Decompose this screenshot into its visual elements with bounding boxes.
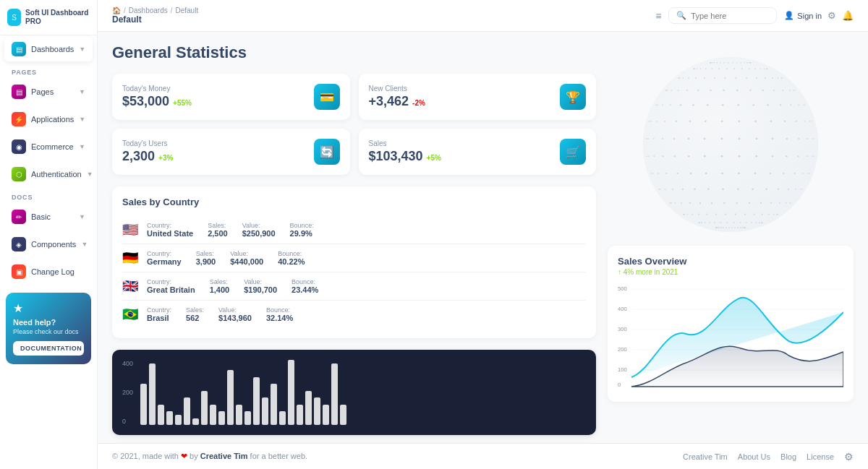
- svg-point-41: [726, 222, 728, 223]
- sidebar-item-changelog[interactable]: ▣ Change Log: [4, 259, 93, 284]
- svg-text:500: 500: [618, 285, 627, 292]
- svg-text:0: 0: [618, 382, 621, 388]
- footer-link-license[interactable]: License: [807, 452, 834, 461]
- money-label: Today's Money: [122, 85, 192, 92]
- footer-link-about[interactable]: About Us: [738, 452, 770, 461]
- sidebar-item-label: Dashboards: [31, 45, 74, 53]
- svg-point-53: [776, 214, 778, 215]
- svg-point-115: [690, 173, 692, 175]
- svg-point-254: [750, 62, 752, 64]
- svg-point-201: [710, 90, 712, 92]
- search-input[interactable]: [691, 12, 769, 20]
- sidebar-item-applications[interactable]: ⚡ Applications ▼: [4, 107, 93, 132]
- changelog-icon: ▣: [12, 264, 26, 279]
- sidebar-item-authentication[interactable]: ⬡ Authentication ▼: [4, 162, 93, 186]
- documentation-button[interactable]: DOCUMENTATION: [13, 341, 84, 356]
- svg-point-109: [783, 173, 784, 174]
- sidebar-item-pages[interactable]: ▤ Pages ▼: [4, 79, 93, 104]
- svg-point-141: [807, 138, 808, 139]
- svg-point-125: [797, 155, 799, 157]
- svg-point-232: [764, 68, 765, 69]
- bar: [271, 384, 277, 425]
- stat-card-sales: Sales $103,430 +5% 🛒: [359, 129, 597, 175]
- svg-point-132: [688, 155, 690, 158]
- svg-point-19: [731, 227, 733, 228]
- ecommerce-icon: ◉: [12, 139, 26, 154]
- svg-point-91: [788, 189, 789, 190]
- svg-text:Apr: Apr: [627, 390, 636, 392]
- footer-gear-icon[interactable]: ⚙: [844, 451, 854, 462]
- svg-text:100: 100: [618, 366, 627, 373]
- topbar: 🏠 / Dashboards / Default Default ≡ 🔍 👤 S…: [98, 0, 868, 32]
- footer-brand[interactable]: Creative Tim: [200, 452, 248, 460]
- svg-point-257: [744, 62, 745, 64]
- bar: [288, 360, 294, 425]
- svg-point-170: [650, 121, 652, 122]
- sidebar-item-dashboards[interactable]: ▤ Dashboards ▼: [4, 37, 93, 61]
- svg-point-182: [707, 104, 709, 106]
- svg-point-264: [716, 62, 718, 64]
- bar: [184, 397, 190, 425]
- svg-point-239: [718, 68, 720, 69]
- footer-left: © 2021, made with ❤ by Creative Tim for …: [112, 452, 307, 461]
- svg-point-176: [790, 104, 791, 106]
- svg-point-127: [771, 155, 773, 158]
- svg-point-215: [765, 77, 766, 79]
- svg-point-124: [806, 155, 807, 157]
- svg-point-196: [773, 90, 775, 91]
- svg-point-15: [742, 227, 744, 228]
- svg-point-240: [711, 68, 712, 69]
- svg-point-105: [809, 173, 811, 174]
- svg-point-88: [801, 189, 803, 190]
- svg-point-214: [772, 77, 773, 79]
- basic-icon: ✏: [12, 210, 26, 224]
- settings-icon[interactable]: ⚙: [827, 10, 836, 21]
- footer-link-creativetim[interactable]: Creative Tim: [683, 452, 728, 461]
- svg-point-265: [713, 62, 715, 64]
- chevron-down-icon: ▼: [79, 213, 85, 220]
- notification-icon[interactable]: 🔔: [842, 10, 854, 21]
- sidebar-item-basic[interactable]: ✏ Basic ▼: [4, 205, 93, 229]
- svg-point-97: [707, 188, 710, 190]
- table-row: 🇺🇸 Country: United State Sales: 2,500: [122, 216, 586, 244]
- svg-point-178: [767, 104, 769, 106]
- svg-point-45: [705, 222, 706, 223]
- svg-point-95: [737, 188, 739, 190]
- svg-point-260: [732, 62, 733, 64]
- svg-text:200: 200: [618, 346, 627, 353]
- bar: [244, 411, 251, 425]
- svg-point-220: [714, 77, 715, 79]
- svg-point-59: [735, 214, 736, 215]
- svg-point-223: [688, 77, 689, 79]
- sidebar-item-components[interactable]: ◈ Components ▼: [4, 232, 93, 257]
- svg-point-200: [723, 90, 725, 92]
- svg-point-164: [721, 120, 723, 122]
- y-label-200: 200: [122, 389, 133, 396]
- chevron-down-icon: ▼: [79, 46, 85, 53]
- svg-point-135: [653, 155, 655, 157]
- svg-point-161: [770, 120, 773, 122]
- sidebar-logo: S Soft UI Dashboard PRO: [0, 0, 97, 35]
- svg-point-242: [700, 68, 702, 69]
- country-name: United State: [147, 229, 193, 238]
- svg-point-27: [715, 227, 717, 228]
- svg-point-195: [782, 90, 783, 91]
- svg-point-80: [711, 202, 712, 204]
- bar: [314, 397, 320, 425]
- svg-point-18: [734, 227, 736, 228]
- heart-icon: ❤: [181, 452, 190, 460]
- bar: [149, 363, 156, 425]
- pages-section-title: PAGES: [0, 63, 97, 78]
- svg-point-120: [650, 173, 652, 174]
- sign-in-button[interactable]: 👤 Sign in: [784, 11, 822, 20]
- y-label-0: 0: [122, 418, 133, 425]
- sidebar-item-ecommerce[interactable]: ◉ Ecommerce ▼: [4, 134, 93, 159]
- stat-card-clients: New Clients +3,462 -2% 🏆: [359, 74, 597, 120]
- svg-point-34: [761, 222, 762, 223]
- hamburger-menu[interactable]: ≡: [655, 10, 661, 22]
- svg-point-82: [689, 202, 691, 204]
- applications-icon: ⚡: [12, 112, 26, 126]
- sidebar-item-label: Pages: [31, 87, 74, 96]
- bar: [262, 397, 268, 425]
- footer-link-blog[interactable]: Blog: [780, 452, 796, 461]
